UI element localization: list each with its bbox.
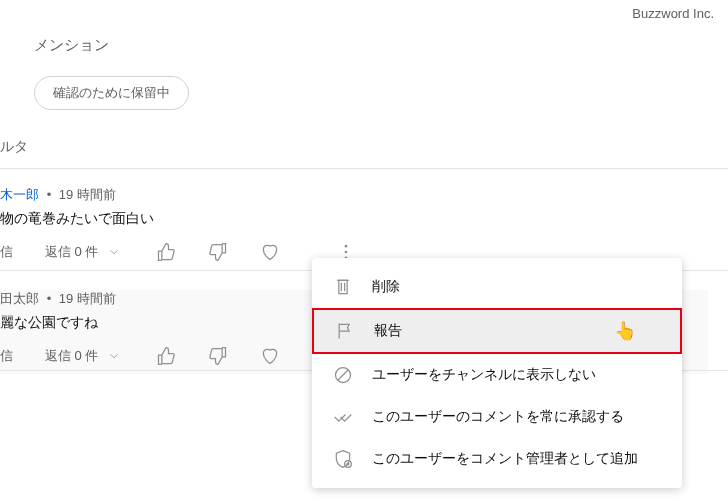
chevron-down-icon: [104, 346, 124, 366]
heart-icon[interactable]: [260, 242, 280, 262]
thumbs-down-icon[interactable]: [208, 346, 228, 366]
menu-item-label: ユーザーをチャンネルに表示しない: [372, 366, 596, 384]
menu-item-add-moderator[interactable]: このユーザーをコメント管理者として追加: [312, 438, 682, 480]
menu-item-label: このユーザーをコメント管理者として追加: [372, 450, 638, 468]
shield-add-icon: [332, 448, 354, 470]
menu-item-always-approve[interactable]: このユーザーのコメントを常に承認する: [312, 396, 682, 438]
check-all-icon: [332, 406, 354, 428]
heart-icon[interactable]: [260, 346, 280, 366]
chevron-down-icon: [104, 242, 124, 262]
comment-item: 木一郎 • 19 時間前 物の竜巻みたいで面白い 信 返信 0 件: [0, 186, 708, 262]
tab-mention[interactable]: メンション: [34, 36, 109, 55]
comment-author[interactable]: 田太郎: [0, 291, 39, 306]
replies-count-label: 返信 0 件: [45, 243, 98, 261]
filter-label: ルタ: [0, 138, 28, 156]
trash-icon: [332, 276, 354, 298]
flag-icon: [334, 320, 356, 342]
meta-separator: •: [47, 291, 52, 306]
menu-item-hide-user[interactable]: ユーザーをチャンネルに表示しない: [312, 354, 682, 396]
comment-author[interactable]: 木一郎: [0, 187, 39, 202]
menu-item-label: このユーザーのコメントを常に承認する: [372, 408, 624, 426]
menu-item-delete[interactable]: 削除: [312, 266, 682, 308]
reply-button[interactable]: 信: [0, 347, 13, 365]
replies-count-label: 返信 0 件: [45, 347, 98, 365]
reply-button[interactable]: 信: [0, 243, 13, 261]
comment-meta: 木一郎 • 19 時間前: [0, 186, 708, 204]
brand-label: Buzzword Inc.: [632, 6, 714, 21]
menu-item-report[interactable]: 報告 👆: [312, 308, 682, 354]
more-options-menu: 削除 報告 👆 ユーザーをチャンネルに表示しない このユーザーのコメントを常に承…: [312, 258, 682, 488]
meta-separator: •: [47, 187, 52, 202]
block-icon: [332, 364, 354, 386]
menu-item-label: 削除: [372, 278, 400, 296]
svg-line-8: [338, 370, 348, 380]
comment-body: 物の竜巻みたいで面白い: [0, 210, 708, 228]
replies-count[interactable]: 返信 0 件: [45, 242, 124, 262]
replies-count[interactable]: 返信 0 件: [45, 346, 124, 366]
comment-time: 19 時間前: [59, 291, 116, 306]
svg-rect-3: [339, 280, 347, 293]
thumbs-up-icon[interactable]: [156, 346, 176, 366]
thumbs-up-icon[interactable]: [156, 242, 176, 262]
thumbs-down-icon[interactable]: [208, 242, 228, 262]
cursor-icon: 👆: [614, 320, 636, 342]
divider: [0, 168, 728, 169]
menu-item-label: 報告: [374, 322, 402, 340]
svg-point-0: [345, 245, 348, 248]
svg-point-1: [345, 251, 348, 254]
comment-time: 19 時間前: [59, 187, 116, 202]
status-pill[interactable]: 確認のために保留中: [34, 76, 189, 110]
